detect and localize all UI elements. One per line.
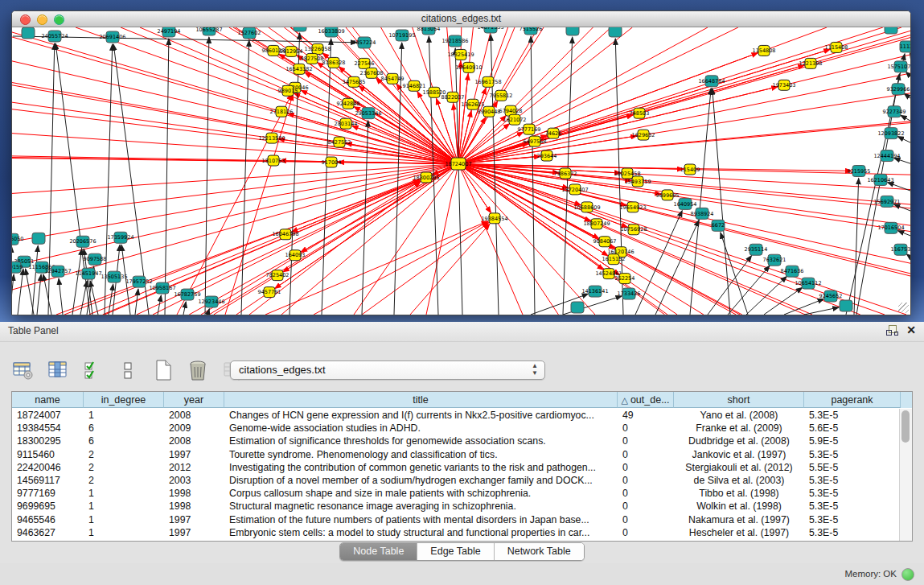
table-cell: 0 bbox=[618, 500, 674, 513]
graph-node-label: 1615152 bbox=[602, 256, 626, 262]
table-tabs-row: Node Table Edge Table Network Table bbox=[0, 542, 924, 563]
table-cell: 5.9E-5 bbox=[804, 435, 900, 447]
graph-node[interactable] bbox=[571, 302, 584, 313]
graph-node-label: 2803144 bbox=[335, 121, 358, 127]
table-cell: Nakamura et al. (1997) bbox=[674, 513, 804, 526]
scrollbar-thumb[interactable] bbox=[901, 410, 910, 443]
show-columns-icon[interactable] bbox=[47, 359, 68, 381]
graph-node[interactable] bbox=[609, 27, 622, 37]
graph-node-label: 1221398 bbox=[799, 60, 823, 67]
graph-node-label: 10654112 bbox=[795, 280, 821, 286]
graph-node-label: 1154808 bbox=[753, 47, 776, 54]
graph-node-label: 12444194 bbox=[873, 153, 900, 159]
table-cell: 1 bbox=[84, 500, 164, 513]
graph-node-label: 8466160 bbox=[289, 27, 312, 29]
graph-node-label: 7857224 bbox=[353, 39, 376, 46]
close-panel-icon[interactable]: ✕ bbox=[906, 324, 916, 336]
graph-node-label: 10958167 bbox=[149, 285, 175, 291]
table-row[interactable]: 1830029562008Estimation of significance … bbox=[12, 435, 900, 447]
table-body: 1872400712008Changes of HCN gene express… bbox=[12, 409, 900, 541]
table-row[interactable]: 1938455462009Genome-wide association stu… bbox=[12, 422, 900, 435]
graph-node-label: 17016504 bbox=[877, 225, 904, 232]
table-cell: 2 bbox=[84, 448, 164, 461]
graph-node-label: 18640910 bbox=[455, 64, 482, 71]
table-row[interactable]: 977716911998Corpus callosum shape and si… bbox=[12, 487, 900, 500]
column-header-short[interactable]: short bbox=[674, 392, 804, 408]
table-row[interactable]: 969969511998Structural magnetic resonanc… bbox=[12, 500, 900, 513]
graph-node-label: 8813054 bbox=[417, 27, 441, 32]
graph-node-label: 2367608 bbox=[360, 70, 384, 76]
sort-ascending-icon: △ bbox=[621, 395, 627, 405]
tab-network-table[interactable]: Network Table bbox=[494, 543, 584, 560]
table-cell: Yano et al. (2008) bbox=[674, 409, 804, 422]
table-row[interactable]: 2242004622012Investigating the contribut… bbox=[12, 461, 900, 474]
table-scrollbar[interactable] bbox=[899, 409, 912, 541]
window-titlebar[interactable]: citations_edges.txt bbox=[12, 11, 910, 27]
graph-node[interactable] bbox=[840, 300, 852, 311]
column-settings-icon[interactable] bbox=[13, 359, 34, 381]
graph-node-label: 74626 bbox=[545, 130, 562, 137]
table-cell: 5.5E-5 bbox=[804, 461, 900, 474]
network-canvas[interactable]: 2405572420691406249719410655287152760284… bbox=[12, 27, 910, 315]
table-cell: 0 bbox=[618, 435, 674, 447]
graph-node[interactable] bbox=[32, 233, 45, 244]
graph-node-label: 14671355 bbox=[477, 27, 503, 31]
graph-node-label: 8822037 bbox=[441, 94, 465, 101]
graph-node-label: 19654923 bbox=[619, 204, 646, 211]
graph-node-label: 20206576 bbox=[69, 238, 96, 245]
table-row[interactable]: 946554611997Estimation of the future num… bbox=[12, 513, 900, 526]
column-header-pagerank[interactable]: pagerank bbox=[804, 392, 901, 408]
graph-node-label: 15751074 bbox=[887, 64, 910, 70]
table-row[interactable]: 1872400712008Changes of HCN gene express… bbox=[12, 409, 900, 422]
column-header-out-degree[interactable]: △out_de... bbox=[618, 392, 674, 408]
table-cell: Structural magnetic resonance image aver… bbox=[224, 500, 618, 513]
graph-node-label: 9827508 bbox=[301, 56, 324, 62]
graph-node-label: 7515526 bbox=[519, 27, 543, 32]
graph-node-label: 16046798 bbox=[272, 231, 298, 237]
graph-node-label: 18807249 bbox=[583, 221, 610, 228]
table-cell: 2 bbox=[84, 461, 164, 474]
table-cell: 49 bbox=[618, 409, 674, 422]
table-cell: 6 bbox=[84, 422, 164, 435]
clear-selection-icon[interactable] bbox=[117, 359, 138, 381]
graph-node-label: 7955812 bbox=[490, 93, 513, 99]
graph-node-label: 20691406 bbox=[99, 34, 125, 40]
column-header-title[interactable]: title bbox=[224, 392, 618, 408]
tab-edge-table[interactable]: Edge Table bbox=[417, 543, 493, 560]
graph-node[interactable] bbox=[22, 27, 35, 39]
table-cell: Hescheler et al. (1997) bbox=[674, 526, 804, 539]
table-cell: 9465546 bbox=[12, 513, 84, 526]
delete-entries-icon[interactable] bbox=[187, 359, 208, 381]
table-selector-dropdown[interactable]: citations_edges.txt ▲▼ bbox=[230, 360, 545, 380]
column-header-year[interactable]: year bbox=[164, 392, 224, 408]
new-table-icon[interactable] bbox=[153, 359, 174, 381]
table-row[interactable]: 946362711997Embryonic stem cells: a mode… bbox=[12, 526, 900, 539]
graph-node[interactable] bbox=[566, 27, 579, 35]
table-cell: 1998 bbox=[164, 487, 224, 500]
memory-ok-indicator[interactable] bbox=[901, 568, 914, 581]
table-row[interactable]: 911546021997Tourette syndrome. Phenomeno… bbox=[12, 448, 900, 461]
table-cell: 2008 bbox=[164, 409, 224, 422]
float-window-icon[interactable] bbox=[886, 325, 897, 336]
graph-node-label: 12942757 bbox=[44, 268, 71, 274]
graph-node[interactable] bbox=[885, 27, 897, 34]
graph-node-label: 13505135 bbox=[101, 274, 127, 280]
table-cell: 18300295 bbox=[12, 435, 84, 447]
table-cell: Stergiakouli et al. (2012) bbox=[674, 461, 804, 474]
table-row[interactable]: 1456911722003Disruption of a novel membe… bbox=[12, 474, 900, 487]
column-header-in-degree[interactable]: in_degree bbox=[84, 392, 164, 408]
tab-node-table[interactable]: Node Table bbox=[340, 543, 417, 560]
table-cell: Estimation of significance thresholds fo… bbox=[224, 435, 618, 447]
graph-node-label: 9699695 bbox=[656, 192, 680, 199]
column-header-name[interactable]: name bbox=[12, 392, 84, 408]
graph-node-label: 8938924 bbox=[691, 211, 714, 217]
graph-node-label: 9777169 bbox=[518, 126, 541, 133]
select-all-icon[interactable] bbox=[83, 359, 104, 381]
window-resize-grip[interactable] bbox=[898, 303, 909, 313]
network-view-window[interactable]: citations_edges.txt 24055724206914062497… bbox=[11, 10, 911, 315]
graph-node-label: 293644 bbox=[537, 153, 557, 159]
graph-node-label: 9329966 bbox=[887, 86, 910, 93]
citation-network-graph[interactable]: 2405572420691406249719410655287152760284… bbox=[12, 27, 910, 315]
graph-node-label: 11451947 bbox=[75, 270, 101, 277]
graph-node-label: 115409 bbox=[680, 167, 700, 173]
